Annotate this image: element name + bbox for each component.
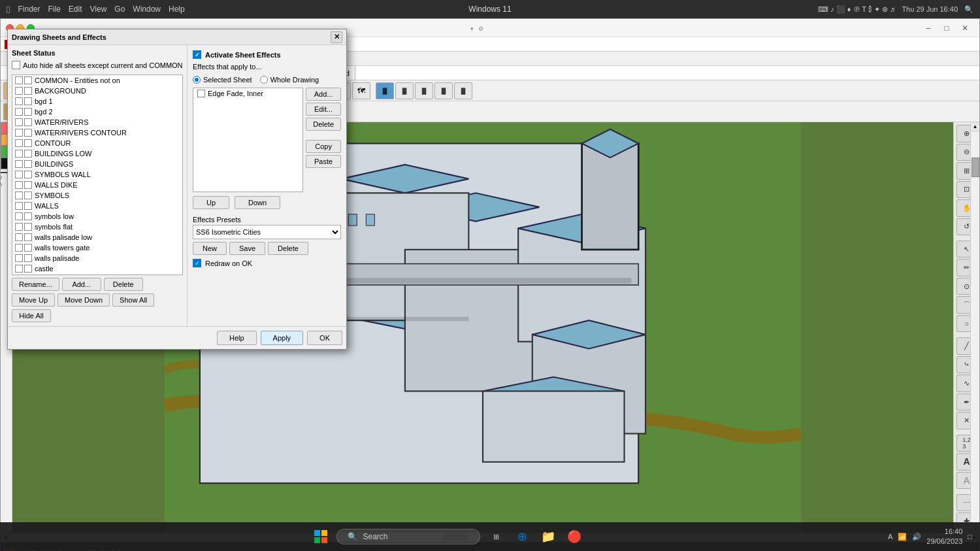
sheet-cb1-sym-wall[interactable] [15,171,23,178]
apple-icon[interactable]:  [7,4,10,15]
sheet-cb2-walls-dike[interactable] [24,181,32,189]
paste-effect-btn[interactable]: Paste [306,155,341,168]
task-view-btn[interactable]: ⊞ [485,526,506,547]
sheet-cb1-walls-pal[interactable] [15,254,23,262]
sheet-cb2-contour[interactable] [24,139,32,147]
sheet-cb2-sym-low[interactable] [24,212,32,220]
scrollbar-thumb[interactable] [972,158,979,177]
mac-menu-window[interactable]: Window [133,5,161,14]
sheet-cb1-symbols[interactable] [15,192,23,199]
scrollbar-up-arrow[interactable]: ▲ [971,122,979,131]
right-scrollbar[interactable]: ▲ ▼ [970,122,979,533]
sheet-cb1-sym-low[interactable] [15,212,23,220]
start-button[interactable] [310,526,331,547]
sheet-cb1-walls-towers[interactable] [15,244,23,252]
down-btn[interactable]: Down [235,196,280,209]
sheet-cb1-contour[interactable] [15,139,23,147]
sheet-cb2-walls-towers[interactable] [24,244,32,252]
mac-menu-bar[interactable]:  Finder File Edit View Go Window Help [7,4,185,15]
sheet-row-symbols[interactable]: SYMBOLS [12,190,182,201]
sheet-cb1-castle[interactable] [15,265,23,273]
sheet-row-bgd1[interactable]: bgd 1 [12,96,182,107]
dialog-close-btn[interactable]: ✕ [331,31,342,43]
sheet-row-buildings[interactable]: BUILDINGS [12,159,182,169]
up-btn[interactable]: Up [193,196,229,209]
sheet-cb2-walls-pal[interactable] [24,254,32,262]
sheet-cb1-bldg-low[interactable] [15,150,23,158]
sheet-row-walls-towers[interactable]: walls towers gate [12,242,182,253]
sheet-cb1-water[interactable] [15,118,23,126]
sheet-row-bgd2[interactable]: bgd 2 [12,107,182,117]
tb-view1[interactable]: 🗺 [352,82,370,99]
show-all-btn[interactable]: Show All [112,293,154,307]
sheet-cb1-sym-flat[interactable] [15,223,23,231]
hide-all-btn[interactable]: Hide All [12,309,51,322]
taskbar-search[interactable]: 🔍 Search [336,529,480,544]
sheet-cb2-bgd1[interactable] [24,97,32,105]
effects-list[interactable]: Edge Fade, Inner [193,88,303,192]
edge-browser-btn[interactable]: ⊕ [512,526,532,547]
help-btn[interactable]: Help [217,331,257,345]
save-preset-btn[interactable]: Save [229,242,265,255]
sheet-cb1-walls-pal-low[interactable] [15,233,23,241]
delete-preset-btn[interactable]: Delete [268,242,308,255]
radio-whole-drawing[interactable]: Whole Drawing [260,76,319,84]
sheet-cb2-castle[interactable] [24,265,32,273]
tb-gray3[interactable]: ▓ [434,82,453,99]
effect-cb-edge-fade[interactable] [197,90,205,97]
file-explorer-btn[interactable]: 📁 [538,526,559,547]
sheet-row-common[interactable]: COMMON - Entities not on [12,75,182,86]
mac-spotlight[interactable]: 🔍 [964,5,973,14]
delete-effect-btn[interactable]: Delete [306,118,341,131]
presets-dropdown[interactable]: SS6 Isometric Cities [193,225,341,239]
sheet-cb1-common[interactable] [15,76,23,84]
sheet-row-castle[interactable]: castle [12,263,182,274]
mac-menu-file[interactable]: File [48,5,61,14]
sheet-row-walls-pal[interactable]: walls palisade [12,253,182,263]
sheet-cb2-water[interactable] [24,118,32,126]
sheet-row-background[interactable]: BACKGROUND [12,86,182,96]
delete-sheet-btn[interactable]: Delete [104,278,143,291]
mac-menu-help[interactable]: Help [169,5,185,14]
close-button[interactable]: ✕ [956,19,974,37]
tb-gray2[interactable]: ▓ [415,82,433,99]
sheet-cb2-water-c[interactable] [24,129,32,137]
sheet-cb1-buildings[interactable] [15,160,23,168]
sheet-row-bldg-low[interactable]: BUILDINGS LOW [12,148,182,159]
sheet-cb1-water-c[interactable] [15,129,23,137]
move-up-btn[interactable]: Move Up [12,293,55,307]
radio-selected-sheet[interactable]: Selected Sheet [193,76,252,84]
mac-menu-view[interactable]: View [90,5,107,14]
minimize-button[interactable]: – [919,19,938,37]
sheet-row-sym-flat[interactable]: symbols flat [12,222,182,232]
tb-gray1[interactable]: ▓ [395,82,414,99]
sheet-cb2-walls-pal-low[interactable] [24,233,32,241]
sheet-cb2-bldg-low[interactable] [24,150,32,158]
mac-menu-edit[interactable]: Edit [69,5,82,14]
copy-effect-btn[interactable]: Copy [306,140,341,153]
sheet-row-water-rivers[interactable]: WATER/RIVERS [12,117,182,127]
app-btn[interactable]: 🔴 [564,526,585,547]
apply-btn[interactable]: Apply [261,331,304,345]
sheet-cb1-background[interactable] [15,87,23,95]
taskbar-time-display[interactable]: 16:40 29/06/2023 [926,527,962,547]
sheet-cb2-symbols[interactable] [24,192,32,199]
ok-btn[interactable]: OK [307,331,342,345]
sheet-cb2-sym-flat[interactable] [24,223,32,231]
activate-checkbox[interactable]: ✓ [193,50,201,59]
mac-menu-go[interactable]: Go [114,5,125,14]
sheet-cb1-walls-dike[interactable] [15,181,23,189]
sheet-row-contour[interactable]: CONTOUR [12,138,182,148]
sheet-cb2-sym-wall[interactable] [24,171,32,178]
redraw-checkbox[interactable]: ✓ [193,259,201,267]
sheet-cb1-walls[interactable] [15,202,23,210]
sheet-row-walls[interactable]: WALLS [12,201,182,211]
sheet-list[interactable]: COMMON - Entities not on BACKGROUND bgd … [12,75,183,275]
scrollbar-track[interactable] [971,131,979,524]
tb-gray4[interactable]: ▓ [454,82,472,99]
move-down-btn[interactable]: Move Down [57,293,110,307]
sheet-cb2-walls[interactable] [24,202,32,210]
effect-row-edge-fade[interactable]: Edge Fade, Inner [193,88,302,99]
mac-menu-finder[interactable]: Finder [18,5,40,14]
sheet-row-walls-pal-low[interactable]: walls palisade low [12,232,182,242]
